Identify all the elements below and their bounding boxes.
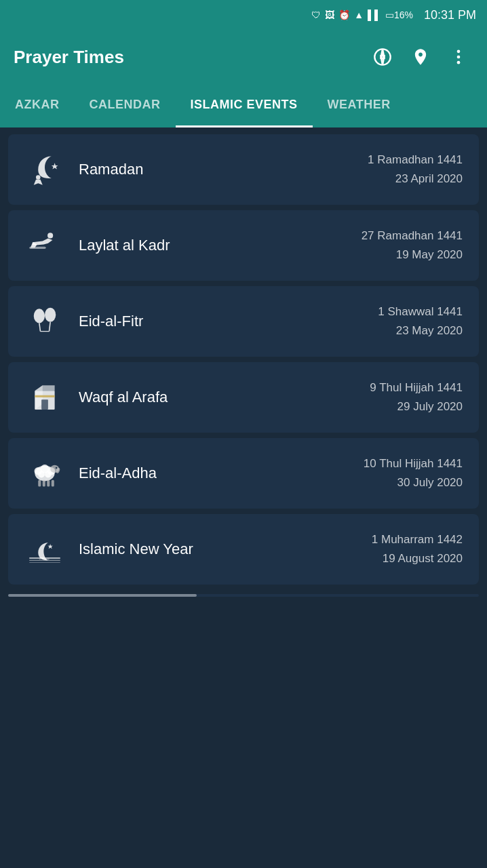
laylat-gregorian: 19 May 2020 [362, 248, 463, 262]
scroll-indicator [8, 594, 479, 597]
svg-point-5 [457, 61, 461, 64]
svg-point-24 [38, 471, 45, 478]
image-icon: 🖼 [325, 9, 334, 20]
location-button[interactable] [406, 42, 435, 72]
svg-point-25 [45, 471, 52, 478]
new-year-hijri: 1 Muharram 1442 [372, 533, 463, 547]
events-list: Ramadan 1 Ramadhan 1441 23 April 2020 La… [0, 127, 487, 591]
laylat-name: Laylat al Kadr [79, 237, 348, 254]
svg-marker-36 [47, 544, 52, 549]
kaaba-icon [24, 377, 65, 418]
event-laylat-al-kadr[interactable]: Laylat al Kadr 27 Ramadhan 1441 19 May 2… [8, 210, 479, 281]
prayer-icon [24, 225, 65, 266]
svg-line-13 [50, 322, 51, 332]
svg-marker-2 [381, 57, 385, 65]
tab-islamic-events[interactable]: ISLAMIC EVENTS [176, 84, 313, 127]
ramadan-dates: 1 Ramadhan 1441 23 April 2020 [368, 153, 463, 186]
new-year-icon [24, 529, 65, 570]
svg-point-3 [457, 50, 461, 54]
wifi-icon: ▲ [354, 9, 364, 20]
eid-adha-hijri: 10 Thul Hijjah 1441 [364, 457, 463, 471]
event-waqf-al-arafa[interactable]: Waqf al Arafa 9 Thul Hijjah 1441 29 July… [8, 362, 479, 433]
waqf-gregorian: 29 July 2020 [370, 400, 463, 414]
sheep-icon [24, 453, 65, 494]
eid-adha-gregorian: 30 July 2020 [364, 476, 463, 490]
new-year-gregorian: 19 August 2020 [372, 552, 463, 566]
eid-adha-dates: 10 Thul Hijjah 1441 30 July 2020 [364, 457, 463, 490]
laylat-dates: 27 Ramadhan 1441 19 May 2020 [362, 229, 463, 262]
svg-rect-29 [38, 480, 41, 487]
svg-point-12 [45, 308, 56, 322]
svg-rect-31 [47, 480, 50, 487]
svg-point-7 [36, 175, 41, 180]
svg-rect-18 [41, 399, 48, 410]
waqf-hijri: 9 Thul Hijjah 1441 [370, 381, 463, 395]
compass-button[interactable] [368, 42, 397, 72]
svg-marker-6 [52, 163, 58, 169]
event-eid-al-adha[interactable]: Eid-al-Adha 10 Thul Hijjah 1441 30 July … [8, 438, 479, 509]
tab-calendar[interactable]: CALENDAR [75, 84, 176, 127]
svg-point-8 [47, 233, 53, 238]
shield-icon: 🛡 [311, 9, 321, 20]
signal-icon: ▌▌ [368, 9, 381, 20]
tab-azkar[interactable]: AZKAR [0, 84, 75, 127]
waqf-name: Waqf al Arafa [79, 389, 356, 406]
laylat-hijri: 27 Ramadhan 1441 [362, 229, 463, 243]
waqf-dates: 9 Thul Hijjah 1441 29 July 2020 [370, 381, 463, 414]
ramadan-gregorian: 23 April 2020 [368, 172, 463, 186]
svg-point-4 [457, 56, 461, 59]
status-time: 10:31 PM [424, 8, 476, 22]
app-title: Prayer Times [14, 47, 359, 68]
svg-rect-19 [35, 395, 54, 397]
scroll-bar [8, 594, 197, 597]
balloons-icon [24, 301, 65, 342]
event-islamic-new-year[interactable]: Islamic New Year 1 Muharram 1442 19 Augu… [8, 514, 479, 585]
new-year-name: Islamic New Year [79, 540, 358, 558]
svg-rect-32 [52, 480, 54, 487]
eid-adha-name: Eid-al-Adha [79, 465, 350, 482]
app-header: Prayer Times [0, 30, 487, 84]
more-options-button[interactable] [444, 42, 473, 72]
event-eid-al-fitr[interactable]: Eid-al-Fitr 1 Shawwal 1441 23 May 2020 [8, 286, 479, 357]
svg-rect-30 [43, 480, 45, 487]
eid-fitr-hijri: 1 Shawwal 1441 [378, 305, 463, 319]
status-bar: 🛡 🖼 ⏰ ▲ ▌▌ ▭16% 10:31 PM [0, 0, 487, 30]
battery-icon: ▭16% [385, 9, 413, 20]
tab-weather[interactable]: WEATHER [313, 84, 406, 127]
ramadan-name: Ramadan [79, 161, 354, 178]
svg-point-27 [56, 467, 57, 469]
svg-point-10 [34, 309, 45, 323]
svg-rect-9 [29, 247, 45, 249]
tab-bar: AZKAR CALENDAR ISLAMIC EVENTS WEATHER [0, 84, 487, 127]
svg-line-11 [39, 323, 41, 331]
ramadan-icon [24, 149, 65, 190]
ramadan-hijri: 1 Ramadhan 1441 [368, 153, 463, 167]
eid-fitr-name: Eid-al-Fitr [79, 313, 364, 330]
status-icons: 🛡 🖼 ⏰ ▲ ▌▌ ▭16% [311, 9, 413, 20]
new-year-dates: 1 Muharram 1442 19 August 2020 [372, 533, 463, 566]
clock-icon: ⏰ [338, 9, 350, 20]
event-ramadan[interactable]: Ramadan 1 Ramadhan 1441 23 April 2020 [8, 134, 479, 205]
eid-fitr-dates: 1 Shawwal 1441 23 May 2020 [378, 305, 463, 338]
svg-marker-1 [381, 49, 385, 57]
eid-fitr-gregorian: 23 May 2020 [378, 324, 463, 338]
